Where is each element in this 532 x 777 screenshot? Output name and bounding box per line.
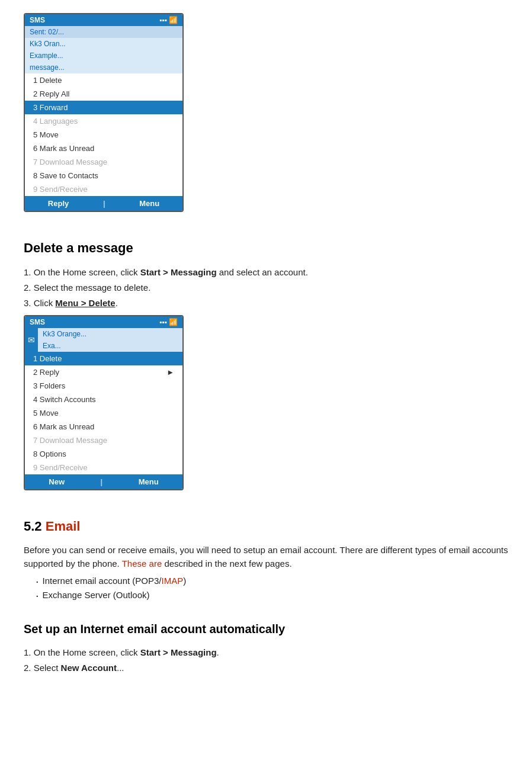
- footer-divider-1: |: [103, 199, 105, 208]
- email-bullet-list: Internet email account (POP3/IMAP) Excha…: [36, 574, 508, 602]
- header-text-1: Sent: 02/...: [30, 28, 64, 36]
- start-messaging-bold-2: Start > Messaging: [140, 647, 217, 657]
- phone-screen-1: SMS ▪▪▪ 📶 Sent: 02/... Kk3 Oran... Examp…: [24, 13, 184, 212]
- phone-menu-2: 1 Delete 2 Reply ► 3 Folders 4 Switch Ac…: [25, 352, 182, 474]
- phone-header-3: Example...: [25, 50, 182, 62]
- header-message: message...: [30, 63, 65, 72]
- menu2-item-3-folders[interactable]: 3 Folders: [25, 379, 182, 393]
- setup-step-1: 1. On the Home screen, click Start > Mes…: [24, 646, 508, 660]
- email-section-heading: 5.2 Email: [24, 519, 508, 534]
- email-para-rest: described in the next few pages.: [162, 558, 291, 569]
- section-number: 5.2: [24, 519, 46, 534]
- phone-screen-2: SMS ▪▪▪ 📶 ✉ Kk3 Orange... Exa... 1 Delet…: [24, 315, 184, 490]
- menu2-item-1-delete[interactable]: 1 Delete: [25, 352, 182, 365]
- phone-header-kk3-2: Kk3 Orange...: [38, 328, 182, 340]
- footer-menu-2[interactable]: Menu: [139, 477, 159, 486]
- footer-menu-1[interactable]: Menu: [139, 199, 159, 208]
- these-are-red: These are: [122, 558, 162, 569]
- menu2-item-2-reply[interactable]: 2 Reply ►: [25, 365, 182, 379]
- phone-header-area-2: ✉ Kk3 Orange... Exa...: [25, 328, 182, 352]
- menu-item-5-move[interactable]: 5 Move: [25, 128, 182, 142]
- menu-item-3-forward[interactable]: 3 Forward: [25, 101, 182, 114]
- imap-highlight: IMAP: [162, 576, 184, 586]
- status-icons-1: ▪▪▪ 📶: [159, 16, 178, 24]
- bullet-item-2: Exchange Server (Outlook): [36, 588, 508, 602]
- delete-step-2: 2. Select the message to delete.: [24, 281, 508, 295]
- reply-arrow: ►: [166, 368, 174, 377]
- menu-item-7-downloadmessage: 7 Download Message: [25, 155, 182, 169]
- footer-divider-2: |: [101, 477, 103, 486]
- email-label: Email: [46, 519, 81, 534]
- phone-header-1: Sent: 02/...: [25, 26, 182, 38]
- setup-heading: Set up an Internet email account automat…: [24, 622, 508, 636]
- phone-header-2: Kk3 Oran...: [25, 38, 182, 50]
- status-bar-1: SMS ▪▪▪ 📶: [25, 14, 182, 26]
- menu2-item-4-switchaccounts[interactable]: 4 Switch Accounts: [25, 393, 182, 406]
- menu-item-4-languages: 4 Languages: [25, 114, 182, 128]
- envelope-icon: ✉: [28, 335, 35, 345]
- phone-header-exa-2: Exa...: [38, 340, 182, 352]
- start-messaging-bold-1: Start > Messaging: [140, 267, 217, 277]
- menu-item-8-savetocontacts[interactable]: 8 Save to Contacts: [25, 169, 182, 182]
- menu-item-9-sendreceive: 9 Send/Receive: [25, 182, 182, 196]
- footer-reply-1[interactable]: Reply: [48, 199, 69, 208]
- menu2-item-9-sendreceive: 9 Send/Receive: [25, 461, 182, 474]
- header-kk3: Kk3 Oran...: [30, 40, 66, 48]
- phone-header-4: message...: [25, 62, 182, 73]
- phone-footer-2: New | Menu: [25, 474, 182, 489]
- menu-item-1-delete[interactable]: 1 Delete: [25, 73, 182, 87]
- setup-step-2: 2. Select New Account...: [24, 661, 508, 675]
- phone-footer-1: Reply | Menu: [25, 196, 182, 211]
- menu-delete-underline: Menu > Delete: [55, 298, 115, 308]
- phone-header-content-2: Kk3 Orange... Exa...: [38, 328, 182, 352]
- status-bar-2: SMS ▪▪▪ 📶: [25, 316, 182, 328]
- new-account-bold: New Account: [61, 663, 117, 673]
- menu2-item-8-options[interactable]: 8 Options: [25, 447, 182, 461]
- sms-label-1: SMS: [30, 16, 45, 24]
- header-example: Example...: [30, 52, 63, 60]
- menu2-item-6-markasunread[interactable]: 6 Mark as Unread: [25, 420, 182, 434]
- delete-step-1: 1. On the Home screen, click Start > Mes…: [24, 265, 508, 280]
- menu-item-6-markasunread[interactable]: 6 Mark as Unread: [25, 142, 182, 155]
- sms-label-2: SMS: [30, 318, 45, 326]
- menu2-item-7-downloadmessage: 7 Download Message: [25, 434, 182, 447]
- bullet-item-1: Internet email account (POP3/IMAP): [36, 574, 508, 588]
- delete-step-3: 3. Click Menu > Delete.: [24, 296, 508, 310]
- menu2-item-5-move[interactable]: 5 Move: [25, 406, 182, 420]
- status-icons-2: ▪▪▪ 📶: [159, 318, 178, 326]
- footer-new-2[interactable]: New: [49, 477, 65, 486]
- delete-heading: Delete a message: [24, 240, 508, 256]
- phone-menu-1: 1 Delete 2 Reply All 3 Forward 4 Languag…: [25, 73, 182, 196]
- menu-item-2-replyall[interactable]: 2 Reply All: [25, 87, 182, 101]
- email-paragraph: Before you can send or receive emails, y…: [24, 544, 508, 570]
